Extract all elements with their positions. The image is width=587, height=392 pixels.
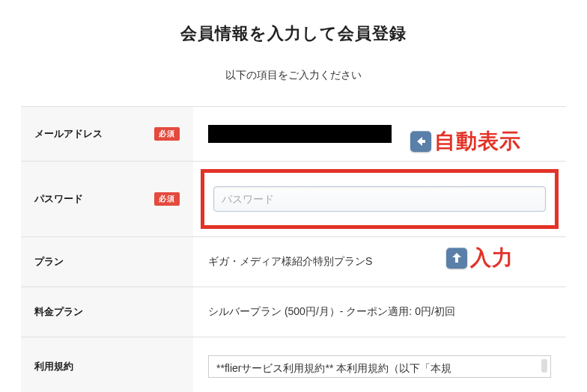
terms-textarea[interactable]: **flierサービス利用規約** 本利用規約（以下「本規 [208, 355, 551, 378]
instruction-text: 以下の項目をご入力ください [21, 69, 566, 82]
email-value-cell [193, 107, 566, 161]
terms-row: 利用規約 **flierサービス利用規約** 本利用規約（以下「本規 [21, 337, 566, 392]
terms-value-cell: **flierサービス利用規約** 本利用規約（以下「本規 [193, 337, 566, 392]
required-badge: 必須 [154, 192, 180, 206]
plan-row: プラン ギガ・メディア様紹介特別プランS [21, 236, 566, 287]
page-title: 会員情報を入力して会員登録 [21, 22, 566, 45]
price-plan-label-cell: 料金プラン [21, 287, 193, 337]
password-row: パスワード 必須 [21, 161, 566, 236]
price-plan-label: 料金プラン [34, 305, 83, 319]
terms-text: **flierサービス利用規約** 本利用規約（以下「本規 [216, 362, 451, 374]
plan-value: ギガ・メディア様紹介特別プランS [208, 255, 372, 269]
plan-label: プラン [34, 255, 64, 269]
password-input[interactable] [213, 186, 546, 212]
password-label-cell: パスワード 必須 [21, 162, 193, 236]
plan-value-cell: ギガ・メディア様紹介特別プランS [193, 237, 566, 287]
password-highlight-box [201, 169, 559, 229]
required-badge: 必須 [154, 127, 180, 141]
price-plan-value-cell: シルバープラン (500円/月）- クーポン適用: 0円/初回 [193, 287, 566, 337]
email-label-cell: メールアドレス 必須 [21, 107, 193, 161]
terms-label: 利用規約 [34, 360, 73, 373]
email-row: メールアドレス 必須 [21, 106, 566, 161]
password-value-cell [193, 162, 566, 236]
registration-form: メールアドレス 必須 パスワード 必須 プラン [21, 106, 566, 392]
email-label: メールアドレス [34, 127, 103, 141]
price-plan-row: 料金プラン シルバープラン (500円/月）- クーポン適用: 0円/初回 [21, 287, 566, 337]
plan-label-cell: プラン [21, 237, 193, 287]
scrollbar-icon[interactable] [541, 359, 547, 373]
email-redacted [208, 125, 392, 143]
price-plan-value: シルバープラン (500円/月）- クーポン適用: 0円/初回 [208, 305, 455, 319]
password-label: パスワード [34, 192, 83, 206]
terms-label-cell: 利用規約 [21, 337, 193, 392]
